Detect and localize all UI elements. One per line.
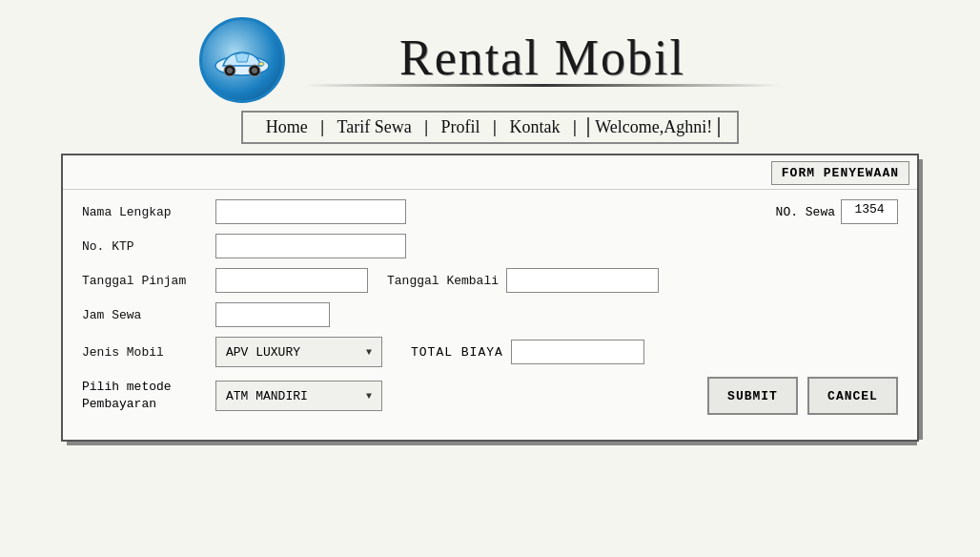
form-container: FORM PENYEWAAN Nama Lengkap NO. Sewa 135… bbox=[61, 154, 919, 442]
cancel-button[interactable]: CANCEL bbox=[807, 377, 898, 415]
no-sewa-value: 1354 bbox=[841, 199, 898, 224]
row-tanggal: Tanggal Pinjam Tanggal Kembali bbox=[82, 268, 898, 293]
submit-button[interactable]: SUBMIT bbox=[707, 377, 798, 415]
row-jam-sewa: Jam Sewa bbox=[82, 302, 898, 327]
tanggal-kembali-group: Tanggal Kembali bbox=[387, 268, 659, 293]
label-no-sewa: NO. Sewa bbox=[776, 205, 835, 219]
nav-tarif-sewa[interactable]: Tarif Sewa bbox=[332, 117, 418, 137]
svg-point-2 bbox=[227, 68, 233, 73]
nav-sep-2: | bbox=[418, 118, 436, 137]
label-no-ktp: No. KTP bbox=[82, 239, 206, 254]
input-tanggal-pinjam[interactable] bbox=[215, 268, 368, 293]
nav-sep-3: | bbox=[486, 118, 504, 137]
input-no-ktp[interactable] bbox=[215, 234, 406, 258]
input-tanggal-kembali[interactable] bbox=[506, 268, 659, 293]
nav-bar: Home | Tarif Sewa | Profil | Kontak | We… bbox=[241, 111, 740, 144]
title-block: Rental Mobil bbox=[304, 30, 781, 91]
total-biaya-group: TOTAL BIAYA bbox=[411, 340, 644, 364]
label-total-biaya: TOTAL BIAYA bbox=[411, 345, 503, 360]
form-title-bar: FORM PENYEWAAN bbox=[63, 155, 917, 190]
nav-sep-1: | bbox=[314, 118, 332, 137]
svg-point-5 bbox=[258, 62, 264, 66]
chevron-down-icon-2: ▼ bbox=[366, 391, 372, 402]
label-jenis-mobil: Jenis Mobil bbox=[82, 345, 206, 360]
nav-welcome: Welcome,Aghni! bbox=[587, 117, 720, 137]
form-title: FORM PENYEWAAN bbox=[771, 161, 909, 185]
dropdown-payment[interactable]: ATM MANDIRI ▼ bbox=[215, 381, 382, 411]
input-total-biaya[interactable] bbox=[511, 340, 644, 364]
logo-circle bbox=[199, 17, 285, 103]
input-jam-sewa[interactable] bbox=[215, 302, 330, 327]
dropdown-jenis-mobil[interactable]: APV LUXURY ▼ bbox=[215, 337, 382, 367]
form-body: Nama Lengkap NO. Sewa 1354 No. KTP Tangg… bbox=[63, 190, 917, 440]
nav-profil[interactable]: Profil bbox=[436, 117, 486, 137]
page-wrapper: Rental Mobil Home | Tarif Sewa | Profil … bbox=[0, 0, 980, 557]
action-buttons: SUBMIT CANCEL bbox=[707, 377, 898, 415]
title-underline bbox=[304, 84, 781, 87]
chevron-down-icon: ▼ bbox=[366, 347, 372, 358]
row-jenis-mobil: Jenis Mobil APV LUXURY ▼ TOTAL BIAYA bbox=[82, 337, 898, 367]
nav-kontak[interactable]: Kontak bbox=[503, 117, 565, 137]
row-payment: Pilih metode Pembayaran ATM MANDIRI ▼ SU… bbox=[82, 377, 898, 415]
car-logo-icon bbox=[209, 39, 276, 82]
dropdown-jenis-value: APV LUXURY bbox=[226, 345, 300, 360]
label-tanggal-kembali: Tanggal Kembali bbox=[387, 274, 499, 288]
svg-point-4 bbox=[252, 68, 257, 73]
row-nama: Nama Lengkap NO. Sewa 1354 bbox=[82, 199, 898, 224]
app-title: Rental Mobil bbox=[399, 30, 685, 86]
nav-home[interactable]: Home bbox=[260, 117, 314, 137]
nav-sep-4: | bbox=[565, 118, 583, 137]
dropdown-payment-value: ATM MANDIRI bbox=[226, 389, 308, 403]
no-sewa-group: NO. Sewa 1354 bbox=[776, 199, 898, 224]
label-pilih-metode: Pilih metode Pembayaran bbox=[82, 379, 206, 413]
input-nama-lengkap[interactable] bbox=[215, 199, 406, 224]
label-nama-lengkap: Nama Lengkap bbox=[82, 205, 206, 219]
label-jam-sewa: Jam Sewa bbox=[82, 308, 206, 322]
header: Rental Mobil bbox=[19, 10, 961, 109]
label-tanggal-pinjam: Tanggal Pinjam bbox=[82, 274, 206, 288]
row-noktp: No. KTP bbox=[82, 234, 898, 258]
